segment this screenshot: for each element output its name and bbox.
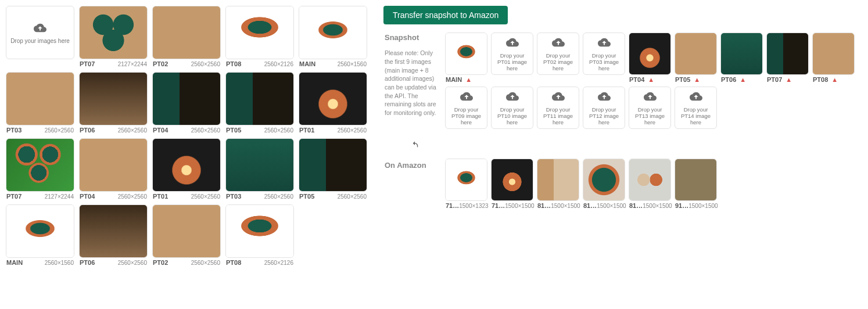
source-image[interactable] [79,72,148,125]
source-image-dim: 2560×1560 [45,260,74,266]
source-image-dim: 2560×2560 [191,61,220,67]
source-image-dim: 2560×1560 [338,61,367,67]
drop-zone-label: Drop your images here [10,38,70,44]
source-image-dim: 2560×2560 [338,127,367,134]
snapshot-drop-zone[interactable]: Drop your PT14 image here [675,87,717,129]
snapshot-slot-label: PT07 ▲ [767,76,792,83]
source-image-label: PT06 [80,259,95,266]
source-image-label: PT05 [226,127,241,134]
source-image[interactable] [152,72,221,125]
source-image[interactable] [6,204,74,258]
snapshot-drop-zone[interactable]: Drop your PT11 image here [537,87,579,129]
source-image-label: PT03 [226,193,241,200]
source-image-dim: 2560×2126 [264,61,293,67]
warning-icon: ▲ [785,76,792,83]
warning-icon: ▲ [831,76,838,83]
source-image-dim: 2560×2126 [264,260,293,266]
source-image-dim: 2560×2560 [191,260,220,266]
source-image[interactable] [152,138,221,192]
source-image-label: PT03 [6,127,21,134]
source-image[interactable] [225,204,294,258]
amazon-image-dim: 1500×1500 [643,203,672,209]
source-image-label: MAIN [299,60,315,67]
snapshot-drop-zone[interactable]: Drop your PT13 image here [629,87,671,129]
source-image[interactable] [6,138,74,192]
source-image[interactable] [225,72,294,125]
snapshot-slot[interactable] [445,33,487,75]
snapshot-drop-zone[interactable]: Drop your PT02 image here [537,33,579,75]
snapshot-title: Snapshot [385,33,438,43]
source-image-dim: 2127×2244 [118,61,147,67]
source-image-dim: 2560×2560 [118,193,147,200]
source-image-dim: 2560×2560 [191,127,220,134]
source-image[interactable] [299,6,367,59]
source-image[interactable] [152,204,221,258]
amazon-image[interactable] [491,159,533,201]
warning-icon: ▲ [694,76,700,83]
snapshot-slot-label: PT05 ▲ [675,76,700,83]
source-image-label: PT02 [153,259,168,266]
source-image[interactable] [225,138,294,192]
amazon-image-label: 91… [675,202,688,209]
source-image[interactable] [79,204,148,258]
amazon-image-dim: 1500×1323 [459,203,488,209]
source-image-dim: 2560×2560 [338,193,367,200]
source-image-label: PT05 [299,193,314,200]
transfer-button[interactable]: Transfer snapshot to Amazon [383,6,508,24]
snapshot-drop-zone[interactable]: Drop your PT03 image here [583,33,625,75]
amazon-image-label: 71… [446,202,459,209]
on-amazon-title: On Amazon [385,159,438,170]
amazon-image[interactable] [537,159,579,201]
source-images-pane: Drop your images herePT072127×2244PT0225… [6,6,378,266]
snapshot-drop-zone[interactable]: Drop your PT01 image here [491,33,533,75]
amazon-image[interactable] [629,159,671,201]
source-image[interactable] [299,138,367,192]
source-image[interactable] [299,72,367,125]
source-image[interactable] [6,72,74,125]
amazon-image-dim: 1500×1500 [597,203,626,209]
snapshot-drop-zone[interactable]: Drop your PT12 image here [583,87,625,129]
amazon-image[interactable] [445,159,487,201]
source-image-label: PT01 [153,193,168,200]
amazon-image-label: 81… [537,202,551,209]
snapshot-drop-zone[interactable]: Drop your PT09 image here [445,87,487,129]
snapshot-slot[interactable] [629,33,671,75]
snapshot-slot[interactable] [720,33,763,75]
source-image[interactable] [225,6,294,59]
snapshot-slot-label: MAIN ▲ [446,76,472,83]
source-image-label: PT04 [153,127,168,134]
amazon-image-label: 71… [492,202,505,209]
source-image-dim: 2560×2560 [191,193,220,200]
source-image-label: PT07 [6,193,21,200]
source-image-label: PT04 [80,193,95,200]
undo-icon[interactable] [410,143,419,152]
source-image-label: PT06 [80,127,95,134]
source-image-label: PT07 [80,60,95,67]
snapshot-slot[interactable] [675,33,717,75]
snapshot-slot[interactable] [766,33,809,75]
source-image-dim: 2560×2560 [118,260,147,266]
source-image-label: PT08 [226,259,241,266]
source-image-dim: 2560×2560 [264,127,293,134]
amazon-image-dim: 1500×1500 [688,203,718,209]
amazon-image-dim: 1500×1500 [505,203,534,209]
source-image-label: PT08 [226,60,241,67]
snapshot-slot[interactable] [812,33,855,75]
snapshot-slot-label: PT08 ▲ [813,76,838,83]
amazon-image[interactable] [675,159,717,201]
source-image[interactable] [79,6,148,59]
source-image-dim: 2560×2560 [45,127,74,134]
source-image-label: PT01 [299,127,314,134]
amazon-image-dim: 1500×1500 [551,203,580,209]
amazon-image[interactable] [583,159,625,201]
snapshot-drop-zone[interactable]: Drop your PT10 image here [491,87,533,129]
source-image[interactable] [152,6,221,59]
snapshot-slot-label: PT06 ▲ [721,76,746,83]
warning-icon: ▲ [740,76,746,83]
source-image-dim: 2560×2560 [118,127,147,134]
snapshot-slot-label: PT04 ▲ [629,76,654,83]
drop-zone-main[interactable]: Drop your images here [6,6,74,59]
source-image-label: PT02 [153,60,168,67]
snapshot-note: Please note: Only the first 9 images (ma… [385,49,438,117]
source-image[interactable] [79,138,148,192]
